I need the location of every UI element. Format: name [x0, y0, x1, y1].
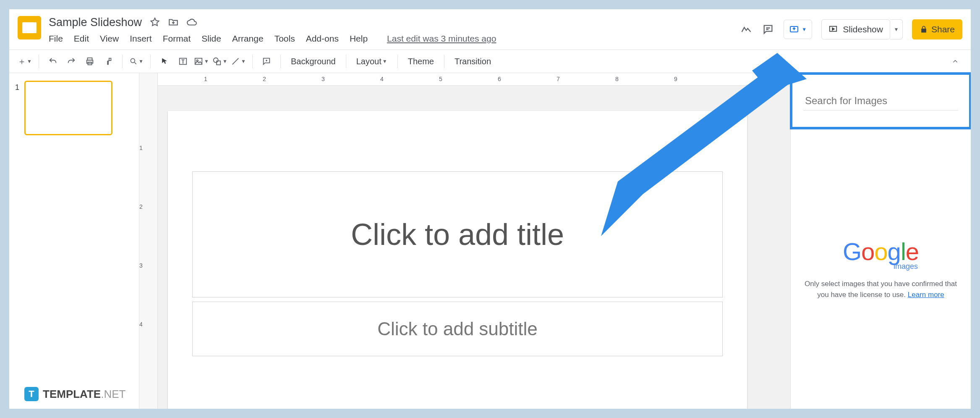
google-logo: Google [843, 237, 919, 266]
cloud-status-icon[interactable] [186, 17, 197, 28]
share-label: Share [931, 24, 955, 34]
menu-format[interactable]: Format [163, 34, 191, 44]
menu-tools[interactable]: Tools [274, 34, 295, 44]
comments-icon[interactable] [762, 23, 774, 36]
move-to-folder-icon[interactable] [168, 17, 179, 28]
slideshow-label: Slideshow [843, 24, 883, 34]
slides-app-icon[interactable] [18, 16, 41, 39]
image-tool[interactable]: ▼ [193, 53, 209, 69]
menu-view[interactable]: View [100, 34, 119, 44]
image-license-disclaimer: Only select images that you have confirm… [802, 279, 959, 300]
svg-rect-7 [195, 58, 202, 65]
theme-button[interactable]: Theme [404, 57, 438, 66]
layout-button[interactable]: Layout▼ [352, 57, 392, 66]
subtitle-placeholder-text: Click to add subtitle [377, 318, 538, 339]
horizontal-ruler: 1 2 3 4 5 6 7 8 9 [158, 73, 790, 86]
zoom-button[interactable]: ▼ [128, 53, 144, 69]
svg-rect-10 [217, 61, 220, 65]
new-slide-button[interactable]: ＋▼ [17, 53, 33, 69]
watermark-badge: T [24, 387, 39, 401]
menu-arrange[interactable]: Arrange [232, 34, 264, 44]
share-button[interactable]: Share [912, 19, 962, 39]
comment-button[interactable] [259, 53, 274, 69]
canvas-area: 1 2 3 4 5 6 7 8 9 Click to add title Cli… [158, 73, 790, 409]
toolbar: ＋▼ ▼ ▼ ▼ ▼ Background Layout▼ Theme Tran… [9, 50, 971, 73]
vertical-ruler: 1 2 3 4 [139, 73, 158, 409]
present-to-meeting-button[interactable]: ▼ [784, 20, 812, 39]
collapse-toolbar-icon[interactable] [951, 58, 963, 65]
image-search-panel: Google images Only select images that yo… [790, 73, 971, 409]
menu-bar: File Edit View Insert Format Slide Arran… [49, 34, 496, 44]
document-title[interactable]: Sample Slideshow [49, 16, 142, 29]
slide-number: 1 [15, 81, 19, 92]
undo-button[interactable] [45, 53, 61, 69]
menu-file[interactable]: File [49, 34, 63, 44]
svg-point-9 [214, 58, 218, 63]
slide-thumbnail[interactable] [24, 81, 112, 135]
line-tool[interactable]: ▼ [230, 53, 246, 69]
background-button[interactable]: Background [287, 57, 340, 66]
select-tool[interactable] [157, 53, 172, 69]
slide-canvas[interactable]: Click to add title Click to add subtitle [168, 111, 747, 409]
filmstrip: 1 [9, 73, 139, 409]
title-placeholder-text: Click to add title [351, 217, 564, 252]
main-area: 1 1 2 3 4 1 2 3 4 5 6 7 8 9 [9, 73, 971, 409]
title-placeholder-box[interactable]: Click to add title [192, 171, 723, 297]
image-search-input[interactable] [803, 92, 958, 110]
paint-format-button[interactable] [100, 53, 116, 69]
svg-point-5 [131, 58, 135, 63]
google-images-label: images [894, 262, 918, 271]
activity-icon[interactable] [740, 23, 753, 36]
menu-edit[interactable]: Edit [74, 34, 89, 44]
print-button[interactable] [82, 53, 98, 69]
slideshow-dropdown[interactable]: ▼ [890, 19, 903, 39]
star-icon[interactable] [149, 17, 160, 28]
app-frame: Sample Slideshow File Edit View Insert F… [9, 9, 971, 409]
redo-button[interactable] [63, 53, 79, 69]
menu-slide[interactable]: Slide [201, 34, 221, 44]
transition-button[interactable]: Transition [450, 57, 495, 66]
menu-insert[interactable]: Insert [130, 34, 152, 44]
shape-tool[interactable]: ▼ [212, 53, 228, 69]
slideshow-button[interactable]: Slideshow [821, 19, 890, 39]
learn-more-link[interactable]: Learn more [908, 291, 944, 299]
textbox-tool[interactable] [175, 53, 191, 69]
menu-addons[interactable]: Add-ons [306, 34, 339, 44]
menu-help[interactable]: Help [350, 34, 368, 44]
last-edit-link[interactable]: Last edit was 3 minutes ago [387, 34, 496, 44]
template-net-watermark: T TEMPLATE.NET [24, 387, 125, 401]
titlebar: Sample Slideshow File Edit View Insert F… [9, 9, 971, 50]
subtitle-placeholder-box[interactable]: Click to add subtitle [192, 302, 723, 356]
